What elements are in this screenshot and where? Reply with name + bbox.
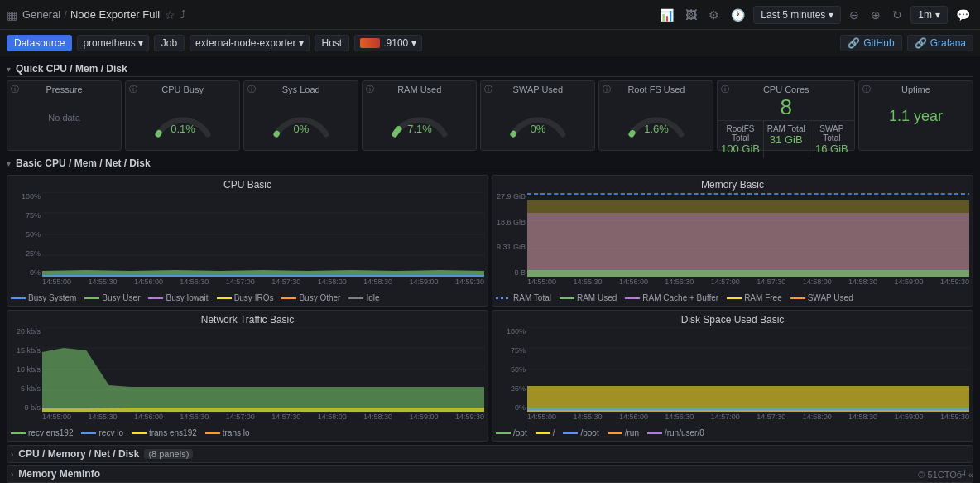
quick-section-header[interactable]: ▾ Quick CPU / Mem / Disk — [7, 60, 973, 77]
x-label-1: 14:55:30 — [88, 278, 117, 286]
legend-recv-ens192-label: recv ens192 — [28, 428, 73, 437]
zoom-in-icon[interactable]: ⊕ — [867, 7, 884, 23]
rootfs-panels: RootFS Total 100 GiB RAM Total 31 GiB SW… — [718, 121, 853, 158]
rootfs-used-info-icon[interactable]: ⓘ — [603, 84, 611, 95]
cpu-busy-title: CPU Busy — [126, 81, 239, 94]
rootfs-total-sub: RootFS Total 100 GiB — [718, 121, 763, 158]
svg-text:0%: 0% — [293, 123, 309, 135]
datasource-button[interactable]: Datasource — [7, 35, 72, 51]
cpu-basic-chart-area: 100% 75% 50% 25% 0% — [11, 192, 484, 292]
color-picker[interactable]: .9100 ▾ — [354, 35, 422, 51]
zoom-out-icon[interactable]: ⊖ — [846, 7, 862, 23]
legend-root-label: / — [553, 428, 555, 437]
refresh-interval-button[interactable]: 1m ▾ — [910, 6, 948, 24]
grafana-link[interactable]: 🔗 Grafana — [907, 35, 973, 51]
legend-run-user: /run/user/0 — [647, 428, 704, 437]
sys-load-gauge-svg: 0% — [268, 97, 334, 138]
prometheus-label: prometheus — [83, 37, 135, 49]
legend-idle-line — [348, 297, 363, 299]
legend-run-user-line — [647, 432, 662, 434]
x-label-2: 14:56:00 — [134, 278, 163, 286]
memory-basic-x-labels: 14:55:00 14:55:30 14:56:00 14:56:30 14:5… — [496, 278, 969, 286]
refresh-interval-label: 1m — [918, 9, 932, 21]
memory-basic-chart-area: 27.9 GiB 18.6 GiB 9.31 GiB 0 B — [496, 192, 969, 292]
memory-meminfo-row[interactable]: › Memory Meminfo — [7, 465, 973, 483]
legend-busy-user: Busy User — [84, 293, 140, 302]
settings-icon[interactable]: ⚙ — [705, 7, 723, 23]
legend-root: / — [536, 428, 555, 437]
swap-used-info-icon[interactable]: ⓘ — [484, 84, 492, 95]
legend-idle-label: Idle — [366, 293, 379, 302]
memory-basic-svg — [527, 192, 969, 277]
share-icon[interactable]: ⤴ — [180, 8, 186, 21]
legend-opt: /opt — [496, 428, 527, 437]
legend-ram-cache-label: RAM Cache + Buffer — [642, 293, 718, 302]
swap-used-title: SWAP Used — [481, 81, 594, 94]
legend-busy-other-line — [281, 297, 296, 299]
x-label-3: 14:56:30 — [180, 278, 209, 286]
star-icon[interactable]: ☆ — [165, 8, 175, 22]
svg-marker-25 — [42, 348, 484, 412]
cpu-cores-info-icon[interactable]: ⓘ — [721, 84, 729, 95]
rootfs-used-gauge: 1.6% — [599, 94, 713, 140]
disk-basic-svg — [527, 327, 969, 412]
quick-section-chevron: ▾ — [7, 65, 11, 74]
clock-icon[interactable]: 🕐 — [728, 7, 748, 23]
legend-run-line — [608, 432, 622, 434]
github-link[interactable]: 🔗 GitHub — [840, 35, 901, 51]
network-basic-chart-area: 20 kb/s 15 kb/s 10 kb/s 5 kb/s 0 b/s — [11, 327, 484, 427]
mem-y-label-2: 9.31 GiB — [496, 243, 526, 251]
legend-busy-irqs-line — [217, 297, 232, 299]
uptime-info-icon[interactable]: ⓘ — [862, 84, 871, 95]
y-label-75: 75% — [11, 211, 41, 220]
node-exporter-dropdown[interactable]: external-node-exporter ▾ — [190, 35, 309, 51]
legend-busy-system: Busy System — [11, 293, 76, 302]
disk-basic-y-labels: 100% 75% 50% 25% 0% — [496, 327, 527, 412]
host-button[interactable]: Host — [315, 35, 350, 51]
legend-ram-used-label: RAM Used — [577, 293, 617, 302]
svg-marker-19 — [527, 270, 969, 277]
memory-basic-legend: RAM Total RAM Used RAM Cache + Buffer RA… — [496, 293, 969, 302]
cpu-cores-title: CPU Cores — [763, 81, 809, 94]
cpu-basic-title: CPU Basic — [11, 179, 484, 191]
breadcrumb-general[interactable]: General — [22, 8, 60, 21]
sys-load-title: Sys Load — [244, 81, 358, 94]
cpu-memory-net-disk-row[interactable]: › CPU / Memory / Net / Disk (8 panels) — [7, 445, 973, 463]
sys-load-info-icon[interactable]: ⓘ — [247, 84, 256, 95]
pressure-panel: ⓘ Pressure No data — [7, 80, 122, 151]
refresh-interval-chevron: ▾ — [935, 9, 940, 21]
network-basic-x-labels: 14:55:00 14:55:30 14:56:00 14:56:30 14:5… — [11, 413, 484, 421]
sys-load-gauge: 0% — [244, 94, 358, 140]
x-label-9: 14:59:30 — [455, 278, 484, 286]
time-range-button[interactable]: Last 5 minutes ▾ — [753, 6, 841, 24]
job-button[interactable]: Job — [154, 35, 185, 51]
disk-basic-panel: Disk Space Used Basic 100% 75% 50% 25% 0… — [492, 310, 973, 442]
color-swatch — [360, 38, 380, 48]
bottom-sections: › CPU / Memory / Net / Disk (8 panels) ›… — [7, 445, 973, 483]
cpu-memory-badge: (8 panels) — [144, 449, 193, 459]
legend-busy-iowait-line — [148, 297, 163, 299]
svg-text:0%: 0% — [530, 123, 545, 135]
cpu-busy-info-icon[interactable]: ⓘ — [129, 84, 137, 95]
pressure-info-icon[interactable]: ⓘ — [11, 84, 19, 95]
mem-y-label-3: 0 B — [496, 268, 526, 277]
cpu-memory-chevron: › — [11, 450, 13, 459]
basic-section-chevron: ▾ — [7, 159, 11, 168]
legend-trans-ens192: trans ens192 — [132, 428, 197, 437]
dashboard-settings-icon[interactable]: 📊 — [656, 7, 677, 23]
cpu-basic-panel: CPU Basic 100% 75% 50% 25% 0% — [7, 175, 488, 307]
ram-used-info-icon[interactable]: ⓘ — [366, 84, 374, 95]
refresh-icon[interactable]: ↻ — [889, 7, 906, 23]
mem-y-label-0: 27.9 GiB — [496, 192, 526, 200]
legend-busy-other: Busy Other — [281, 293, 340, 302]
comment-icon[interactable]: 💬 — [953, 7, 973, 23]
y-label-100: 100% — [11, 192, 41, 200]
node-exporter-chevron: ▾ — [299, 37, 304, 49]
prometheus-dropdown[interactable]: prometheus ▾ — [77, 35, 148, 51]
breadcrumb-title: Node Exporter Full — [70, 8, 160, 21]
github-label: GitHub — [863, 37, 894, 49]
legend-ram-cache-line — [625, 297, 640, 299]
image-icon[interactable]: 🖼 — [682, 7, 700, 23]
legend-ram-total-line — [496, 297, 511, 299]
rootfs-used-panel: ⓘ Root FS Used 1.6% — [598, 80, 713, 151]
